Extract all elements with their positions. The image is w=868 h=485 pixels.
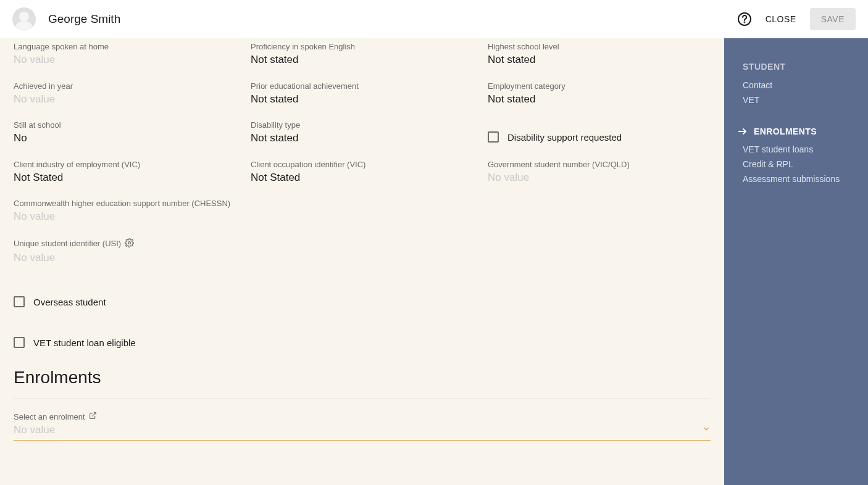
avatar[interactable] (12, 7, 36, 31)
field-label: Disability type (251, 120, 488, 130)
help-icon[interactable] (737, 12, 752, 27)
field-value[interactable]: No value (14, 52, 251, 68)
sidebar: STUDENT Contact VET Enrolments VET stude… (724, 38, 868, 485)
select-enrolment-input[interactable]: No value (14, 421, 711, 441)
overseas-checkbox-row: Overseas student (14, 294, 711, 310)
sidebar-item-assessment[interactable]: Assessment submissions (724, 172, 868, 186)
checkbox-label: VET student loan eligible (33, 338, 136, 348)
field-label: Client industry of employment (VIC) (14, 160, 251, 169)
student-name: George Smith (48, 12, 120, 26)
form-grid: Language spoken at home No value Profici… (0, 42, 724, 279)
select-label-text: Select an enrolment (14, 412, 85, 421)
sidebar-spacer (724, 107, 868, 123)
save-button[interactable]: SAVE (810, 8, 856, 30)
enrolments-heading: Enrolments (14, 368, 711, 388)
checkbox-label: Overseas student (33, 297, 106, 307)
form-row: Unique student identifier (USI) No value (14, 238, 711, 280)
form-row: Still at school No Disability type Not s… (14, 120, 711, 160)
field-usi: Unique student identifier (USI) No value (14, 238, 711, 280)
field-label: Commonwealth higher education support nu… (14, 199, 711, 208)
layout: Language spoken at home No value Profici… (0, 38, 868, 485)
svg-point-2 (128, 241, 131, 244)
sidebar-item-label: Contact (743, 80, 772, 90)
field-chessn: Commonwealth higher education support nu… (14, 199, 711, 238)
svg-line-3 (92, 413, 96, 417)
field-value[interactable]: No value (488, 170, 711, 186)
header-left: George Smith (12, 7, 120, 31)
form-row: Commonwealth higher education support nu… (14, 199, 711, 238)
field-value[interactable]: Not stated (251, 52, 488, 68)
field-label: Proficiency in spoken English (251, 42, 488, 51)
field-value[interactable]: Not stated (488, 52, 711, 68)
field-value[interactable]: Not Stated (14, 170, 251, 186)
field-label: Highest school level (488, 42, 711, 51)
field-value[interactable]: No (14, 130, 251, 146)
field-prior-edu: Prior educational achievement Not stated (251, 81, 488, 121)
sidebar-item-label: Credit & RPL (743, 159, 793, 169)
gear-icon[interactable] (125, 238, 134, 249)
sidebar-item-enrolments[interactable]: Enrolments (724, 123, 868, 139)
sidebar-heading-student: STUDENT (724, 62, 868, 78)
sidebar-item-label: VET student loans (743, 144, 813, 154)
field-proficiency: Proficiency in spoken English Not stated (251, 42, 488, 81)
field-label: Achieved in year (14, 81, 251, 91)
header: George Smith CLOSE SAVE (0, 0, 868, 38)
field-value[interactable]: Not stated (251, 130, 488, 146)
enrolments-section: Enrolments Select an enrolment No value (0, 368, 724, 441)
field-employment-cat: Employment category Not stated (488, 81, 711, 121)
field-still-school: Still at school No (14, 120, 251, 160)
header-right: CLOSE SAVE (737, 8, 856, 30)
select-value: No value (14, 424, 55, 436)
field-label: Employment category (488, 81, 711, 91)
sidebar-item-label: VET (743, 95, 759, 105)
form-row: Client industry of employment (VIC) Not … (14, 160, 711, 199)
checkbox-row: Disability support requested (488, 129, 711, 145)
field-value[interactable]: No value (14, 209, 711, 225)
sidebar-item-credit-rpl[interactable]: Credit & RPL (724, 157, 868, 172)
overseas-checkbox[interactable] (14, 296, 25, 307)
field-value[interactable]: Not stated (488, 91, 711, 107)
field-language-home: Language spoken at home No value (14, 42, 251, 81)
sidebar-item-vet[interactable]: VET (724, 93, 868, 107)
field-achieved-year: Achieved in year No value (14, 81, 251, 121)
open-external-icon[interactable] (89, 412, 97, 421)
form-row: Language spoken at home No value Profici… (14, 42, 711, 81)
sidebar-item-label: Assessment submissions (743, 174, 840, 184)
disability-support-checkbox[interactable] (488, 131, 499, 143)
field-client-industry: Client industry of employment (VIC) Not … (14, 160, 251, 199)
field-gov-student-num: Government student number (VIC/QLD) No v… (488, 160, 711, 199)
field-highest-school: Highest school level Not stated (488, 42, 711, 81)
divider (14, 399, 711, 399)
field-label: Language spoken at home (14, 42, 251, 51)
form-row: Achieved in year No value Prior educatio… (14, 81, 711, 121)
sidebar-item-vet-loans[interactable]: VET student loans (724, 139, 868, 157)
chevron-down-icon (702, 425, 711, 436)
main-content: Language spoken at home No value Profici… (0, 38, 724, 485)
field-client-occupation: Client occupation identifier (VIC) Not S… (251, 160, 488, 199)
vet-loan-checkbox[interactable] (14, 337, 25, 348)
arrow-right-icon (737, 126, 748, 137)
svg-point-1 (744, 22, 745, 23)
close-button[interactable]: CLOSE (766, 14, 796, 24)
field-label: Prior educational achievement (251, 81, 488, 91)
field-disability-support: Disability support requested (488, 120, 711, 160)
select-label: Select an enrolment (14, 412, 711, 421)
field-value[interactable]: No value (14, 250, 711, 266)
field-label: Still at school (14, 120, 251, 130)
vet-loan-checkbox-row: VET student loan eligible (14, 334, 711, 350)
field-label: Client occupation identifier (VIC) (251, 160, 488, 169)
field-value[interactable]: Not Stated (251, 170, 488, 186)
field-value[interactable]: Not stated (251, 91, 488, 107)
checkbox-section: Overseas student VET student loan eligib… (0, 279, 724, 350)
field-label: Unique student identifier (USI) (14, 238, 711, 249)
field-value[interactable]: No value (14, 91, 251, 107)
field-label: Government student number (VIC/QLD) (488, 160, 711, 169)
usi-label-text: Unique student identifier (USI) (14, 239, 121, 248)
sidebar-item-label: Enrolments (754, 126, 817, 136)
field-disability-type: Disability type Not stated (251, 120, 488, 160)
sidebar-item-contact[interactable]: Contact (724, 78, 868, 93)
checkbox-label: Disability support requested (507, 132, 622, 143)
select-enrolment-row: Select an enrolment No value (14, 412, 711, 441)
